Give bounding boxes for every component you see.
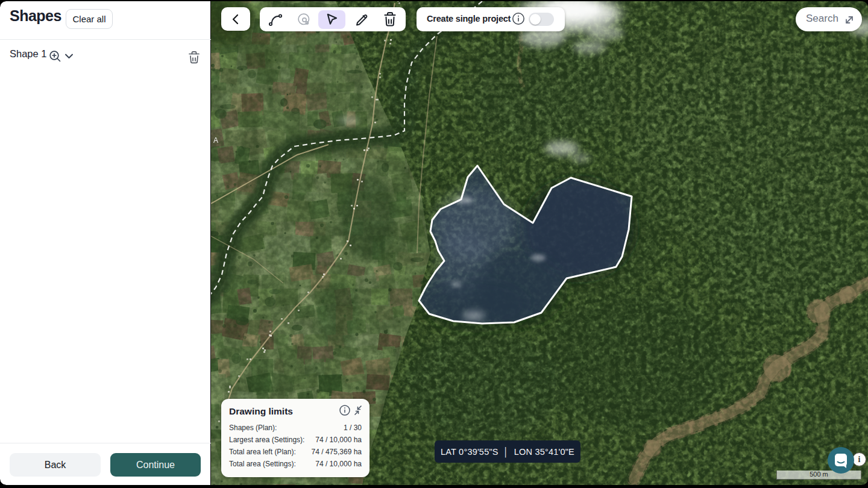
svg-text:A: A xyxy=(213,136,218,145)
